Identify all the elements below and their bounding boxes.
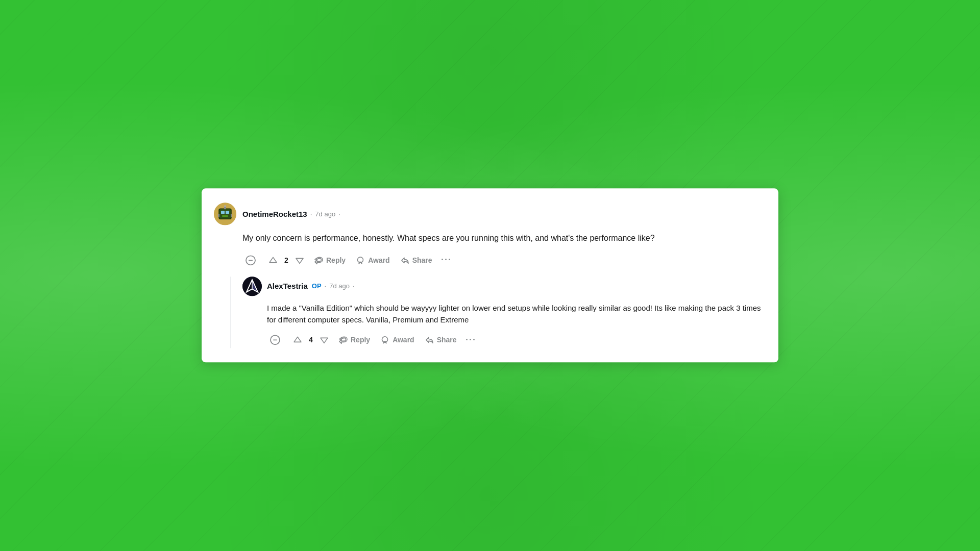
reply-button-1[interactable]: Reply [310, 253, 350, 268]
collapse-icon [246, 255, 256, 265]
op-label: OP [312, 283, 322, 290]
svg-rect-10 [249, 260, 253, 261]
downvote-button-1[interactable] [291, 252, 308, 268]
upvote-icon-2 [293, 336, 302, 345]
nested-body: I made a "Vanilla Edition" which should … [267, 302, 762, 326]
username-alex: AlexTestria [267, 282, 308, 291]
award-label-1: Award [368, 256, 390, 264]
timestamp-1: 7d ago [315, 210, 335, 218]
reply-label-1: Reply [326, 256, 346, 264]
share-label-1: Share [412, 256, 432, 264]
card-wrapper: OnetimeRocket13 · 7d ago · My only conce… [202, 188, 778, 362]
reply-button-2[interactable]: Reply [334, 333, 374, 348]
more-button-2[interactable]: ··· [463, 332, 479, 348]
avatar-onetimer [214, 203, 236, 225]
comment-body-1: My only concern is performance, honestly… [242, 232, 762, 245]
avatar-alex-svg [242, 277, 262, 296]
timestamp-2: 7d ago [329, 283, 350, 290]
nested-header: AlexTestria OP · 7d ago · [242, 277, 762, 296]
downvote-icon-2 [320, 336, 329, 345]
thread-line [230, 277, 231, 348]
nested-section: AlexTestria OP · 7d ago · I made a "Vani… [214, 277, 762, 348]
more-dots-1: ··· [441, 255, 452, 266]
svg-rect-4 [222, 215, 228, 217]
nested-comment: AlexTestria OP · 7d ago · I made a "Vani… [242, 277, 762, 348]
share-button-2[interactable]: Share [421, 333, 461, 348]
more-button-1[interactable]: ··· [438, 252, 455, 268]
downvote-button-2[interactable] [316, 332, 332, 348]
vote-section-2: 4 [289, 332, 332, 348]
reply-label-2: Reply [351, 336, 370, 344]
svg-rect-3 [226, 211, 229, 214]
dot-1b: · [338, 210, 340, 218]
svg-rect-7 [218, 214, 219, 217]
comment-meta-top: OnetimeRocket13 · 7d ago · [242, 210, 340, 218]
share-icon-2 [425, 336, 434, 345]
upvote-button-2[interactable] [289, 332, 306, 348]
award-icon-1 [356, 256, 365, 265]
svg-point-6 [224, 205, 226, 207]
collapse-button-1[interactable] [242, 252, 259, 268]
dot-1: · [310, 210, 312, 218]
comments-card: OnetimeRocket13 · 7d ago · My only conce… [202, 188, 778, 362]
vote-count-1: 2 [282, 256, 290, 264]
award-label-2: Award [393, 336, 414, 344]
nested-actions: 4 Reply [267, 332, 762, 348]
dot-2: · [325, 283, 327, 290]
share-icon-1 [400, 256, 409, 265]
upvote-icon-1 [268, 256, 278, 265]
downvote-icon-1 [295, 256, 304, 265]
svg-rect-16 [273, 340, 277, 341]
collapse-button-2[interactable] [267, 332, 283, 348]
comment-actions-1: 2 Reply [242, 252, 762, 268]
comment-meta-nested: AlexTestria OP · 7d ago · [267, 282, 355, 291]
upvote-button-1[interactable] [265, 252, 281, 268]
avatar-alex [242, 277, 262, 296]
share-label-2: Share [437, 336, 457, 344]
svg-rect-2 [221, 211, 225, 214]
username-onetimer: OnetimeRocket13 [242, 210, 307, 218]
comment-top: OnetimeRocket13 · 7d ago · My only conce… [214, 203, 762, 348]
comment-header: OnetimeRocket13 · 7d ago · [214, 203, 762, 225]
reply-icon-2 [338, 336, 348, 345]
reply-icon-1 [314, 256, 323, 265]
thread-line-wrapper [214, 277, 236, 348]
vote-section-1: 2 [265, 252, 308, 268]
svg-rect-8 [231, 214, 232, 217]
dot-2b: · [353, 283, 355, 290]
more-dots-2: ··· [465, 335, 476, 345]
svg-rect-1 [219, 209, 231, 219]
award-button-2[interactable]: Award [376, 333, 419, 348]
share-button-1[interactable]: Share [396, 253, 436, 268]
vote-count-2: 4 [307, 336, 315, 344]
award-button-1[interactable]: Award [352, 253, 394, 268]
collapse-icon-2 [270, 335, 280, 345]
award-icon-2 [380, 336, 389, 345]
